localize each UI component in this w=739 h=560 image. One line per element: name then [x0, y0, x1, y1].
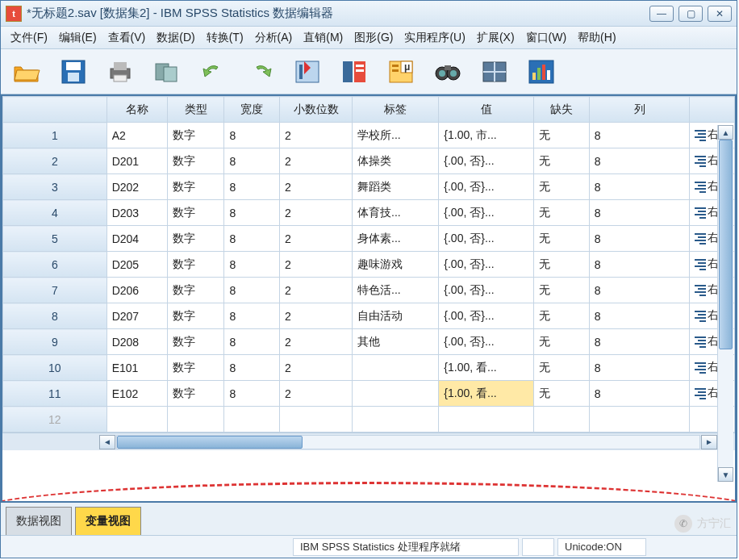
variable-table[interactable]: 名称 类型 宽度 小数位数 标签 值 缺失 列 1A2数字82学校所...{1.…	[2, 96, 735, 433]
menu-utilities[interactable]: 实用程序(U)	[399, 28, 470, 48]
cell-type[interactable]: 数字	[167, 252, 224, 278]
cell-columns[interactable]: 8	[589, 123, 689, 148]
cell-name[interactable]: D202	[106, 174, 167, 200]
cell-label[interactable]: 其他	[353, 329, 439, 355]
cell-name[interactable]: D205	[106, 252, 167, 278]
cell-decimals[interactable]: 2	[280, 278, 353, 303]
row-header[interactable]: 8	[3, 303, 107, 329]
close-button[interactable]: ✕	[708, 6, 732, 22]
cell-label[interactable]: 身体素...	[353, 226, 439, 252]
col-header-columns[interactable]: 列	[589, 97, 689, 123]
menu-transform[interactable]: 转换(T)	[202, 28, 248, 48]
scroll-left-icon[interactable]: ◄	[99, 435, 115, 449]
table-row[interactable]: 4D203数字82体育技...{.00, 否}...无8右	[3, 200, 735, 226]
cell-decimals[interactable]: 2	[280, 252, 353, 278]
cell-columns[interactable]: 8	[589, 329, 689, 355]
col-header-decimals[interactable]: 小数位数	[280, 97, 353, 123]
cell-decimals[interactable]: 2	[280, 200, 353, 226]
cell-values[interactable]: {.00, 否}...	[439, 329, 534, 355]
cell-name[interactable]: D207	[106, 303, 167, 329]
cell-values[interactable]: {.00, 否}...	[439, 200, 534, 226]
cell-label[interactable]: 趣味游戏	[353, 252, 439, 278]
table-row[interactable]: 8D207数字82自由活动{.00, 否}...无8右	[3, 303, 735, 329]
cell-name[interactable]: D203	[106, 200, 167, 226]
cell-columns[interactable]: 8	[589, 226, 689, 252]
cell-values[interactable]: {.00, 否}...	[439, 278, 534, 303]
cell-values[interactable]: {.00, 否}...	[439, 303, 534, 329]
cell-columns[interactable]: 8	[589, 252, 689, 278]
cell-missing[interactable]: 无	[534, 200, 590, 226]
open-button[interactable]	[9, 54, 44, 90]
horizontal-scrollbar[interactable]: ◄ ►	[2, 433, 735, 450]
goto-case-button[interactable]	[290, 54, 325, 90]
cell-values[interactable]: {.00, 否}...	[439, 148, 534, 174]
col-header-align[interactable]	[690, 97, 735, 123]
save-button[interactable]	[56, 54, 91, 90]
cell-label[interactable]: 体操类	[353, 148, 439, 174]
cell-width[interactable]: 8	[224, 200, 280, 226]
table-row[interactable]: 6D205数字82趣味游戏{.00, 否}...无8右	[3, 252, 735, 278]
scroll-up-icon[interactable]: ▲	[718, 125, 733, 140]
row-header[interactable]: 12	[3, 407, 107, 433]
cell-type[interactable]: 数字	[167, 174, 224, 200]
menu-data[interactable]: 数据(D)	[152, 28, 199, 48]
select-cases-button[interactable]	[524, 54, 559, 90]
cell-type[interactable]: 数字	[167, 303, 224, 329]
cell-decimals[interactable]: 2	[280, 174, 353, 200]
menu-extensions[interactable]: 扩展(X)	[472, 28, 520, 48]
cell-missing[interactable]: 无	[534, 278, 590, 303]
row-header[interactable]: 6	[3, 252, 107, 278]
variables-button[interactable]	[336, 54, 372, 90]
col-header-missing[interactable]: 缺失	[534, 97, 590, 123]
cell-values[interactable]: {.00, 否}...	[439, 226, 534, 252]
find-button[interactable]	[430, 54, 466, 90]
cell-name[interactable]: D206	[106, 278, 167, 303]
cell-missing[interactable]: 无	[534, 303, 590, 329]
tab-variable-view[interactable]: 变量视图	[75, 507, 141, 535]
cell-width[interactable]: 8	[224, 329, 280, 355]
cell-width[interactable]: 8	[224, 252, 280, 278]
cell-label[interactable]: 体育技...	[353, 200, 439, 226]
row-header[interactable]: 11	[3, 381, 107, 407]
cell-decimals[interactable]: 2	[280, 148, 353, 174]
menu-window[interactable]: 窗口(W)	[521, 28, 572, 48]
table-row[interactable]: 2D201数字82体操类{.00, 否}...无8右	[3, 148, 735, 174]
cell-missing[interactable]: 无	[534, 174, 590, 200]
cell-width[interactable]: 8	[224, 381, 280, 407]
tab-data-view[interactable]: 数据视图	[6, 507, 72, 535]
cell-label[interactable]	[353, 381, 439, 407]
cell-name[interactable]: E101	[106, 355, 167, 381]
table-row[interactable]: 5D204数字82身体素...{.00, 否}...无8右	[3, 226, 735, 252]
cell-width[interactable]: 8	[224, 123, 280, 148]
cell-decimals[interactable]: 2	[280, 329, 353, 355]
recall-dialog-button[interactable]	[149, 54, 185, 90]
row-header[interactable]: 9	[3, 329, 107, 355]
cell-width[interactable]: 8	[224, 355, 280, 381]
maximize-button[interactable]: ▢	[678, 6, 703, 22]
cell-missing[interactable]: 无	[534, 226, 590, 252]
cell-width[interactable]: 8	[224, 226, 280, 252]
cell-type[interactable]: 数字	[167, 381, 224, 407]
cell-missing[interactable]: 无	[534, 381, 590, 407]
menu-edit[interactable]: 编辑(E)	[54, 28, 102, 48]
cell-values[interactable]: {1.00, 市...	[439, 123, 534, 148]
cell-columns[interactable]: 8	[589, 381, 689, 407]
cell-width[interactable]: 8	[224, 303, 280, 329]
cell-decimals[interactable]: 2	[280, 123, 353, 148]
row-header[interactable]: 7	[3, 278, 107, 303]
cell-missing[interactable]: 无	[534, 252, 590, 278]
col-header-name[interactable]: 名称	[106, 97, 167, 123]
split-button[interactable]	[477, 54, 512, 90]
cell-label[interactable]: 学校所...	[353, 123, 439, 148]
cell-decimals[interactable]: 2	[280, 226, 353, 252]
vscroll-thumb[interactable]	[719, 140, 733, 349]
cell-columns[interactable]: 8	[589, 303, 689, 329]
cell-type[interactable]: 数字	[167, 200, 224, 226]
menu-graphs[interactable]: 图形(G)	[349, 28, 398, 48]
vertical-scrollbar[interactable]: ▲ ▼	[717, 125, 733, 482]
table-row[interactable]: 3D202数字82舞蹈类{.00, 否}...无8右	[3, 174, 735, 200]
col-header-type[interactable]: 类型	[167, 97, 224, 123]
cell-missing[interactable]: 无	[534, 123, 590, 148]
menu-help[interactable]: 帮助(H)	[573, 28, 620, 48]
cell-name[interactable]: D208	[106, 329, 167, 355]
